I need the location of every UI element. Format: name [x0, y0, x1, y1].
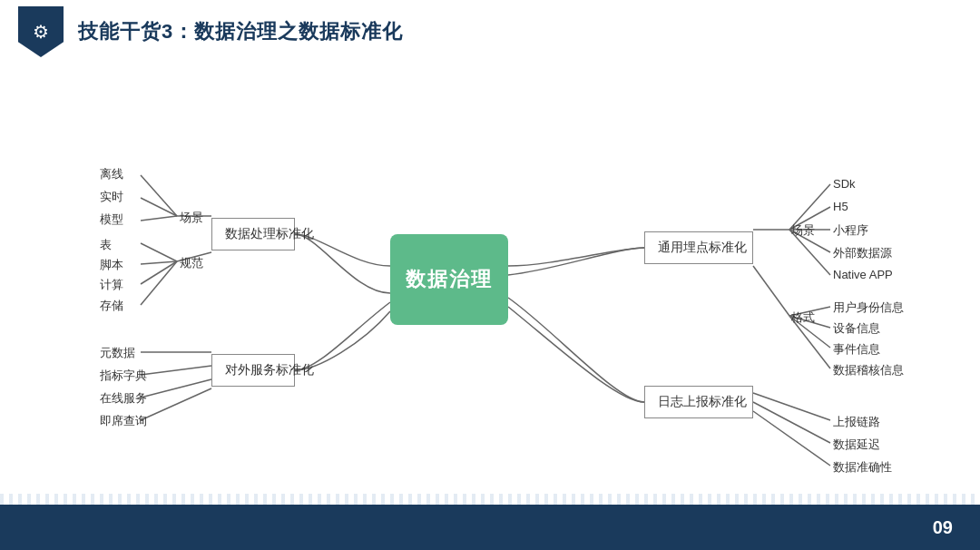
- branch-data-processing: 数据处理标准化: [211, 218, 295, 250]
- leaf-table: 表: [100, 237, 112, 253]
- branch-general-tracking: 通用埋点标准化: [644, 231, 753, 264]
- label-norm-left: 规范: [180, 255, 203, 271]
- label-scene-right: 场景: [791, 222, 815, 239]
- leaf-report-chain: 上报链路: [833, 414, 880, 430]
- leaf-storage: 存储: [100, 298, 123, 314]
- main-content: 数据治理 数据处理标准化 对外服务标准化 通用埋点标准化 日志上报标准化 场景 …: [0, 64, 980, 505]
- leaf-user-identity: 用户身份信息: [833, 300, 904, 316]
- branch-log-reporting: 日志上报标准化: [644, 386, 753, 418]
- label-scene-left: 场景: [180, 210, 203, 226]
- leaf-data-accuracy: 数据准确性: [833, 459, 892, 476]
- leaf-data-delay: 数据延迟: [833, 437, 880, 453]
- leaf-miniapp: 小程序: [833, 222, 868, 239]
- branch-external-service: 对外服务标准化: [211, 354, 295, 387]
- leaf-data-audit: 数据稽核信息: [833, 362, 904, 378]
- leaf-online-service: 在线服务: [100, 390, 147, 407]
- leaf-realtime: 实时: [100, 189, 123, 205]
- header-title: 技能干货3：数据治理之数据标准化: [78, 18, 403, 45]
- header: ⚙ 技能干货3：数据治理之数据标准化: [0, 0, 980, 64]
- leaf-native-app: Native APP: [833, 268, 893, 281]
- leaf-model: 模型: [100, 211, 123, 228]
- label-format-right: 格式: [791, 309, 815, 326]
- logo-shield: ⚙: [18, 6, 64, 57]
- logo-icon: ⚙: [33, 21, 49, 43]
- leaf-event-info: 事件信息: [833, 341, 880, 358]
- leaf-compute: 计算: [100, 277, 123, 293]
- leaf-sdk: SDk: [833, 177, 856, 191]
- leaf-external-datasource: 外部数据源: [833, 245, 892, 261]
- leaf-h5: H5: [833, 200, 848, 213]
- footer-decoration: [0, 494, 980, 505]
- leaf-indicator: 指标字典: [100, 368, 147, 384]
- mindmap: 数据治理 数据处理标准化 对外服务标准化 通用埋点标准化 日志上报标准化 场景 …: [45, 75, 935, 493]
- footer: 09: [0, 505, 980, 550]
- page-number: 09: [933, 517, 953, 538]
- leaf-adhoc: 即席查询: [100, 413, 147, 429]
- leaf-metadata: 元数据: [100, 345, 135, 361]
- leaf-device-info: 设备信息: [833, 320, 880, 337]
- center-node: 数据治理: [390, 234, 508, 325]
- leaf-script: 脚本: [100, 257, 123, 273]
- leaf-offline: 离线: [100, 166, 123, 182]
